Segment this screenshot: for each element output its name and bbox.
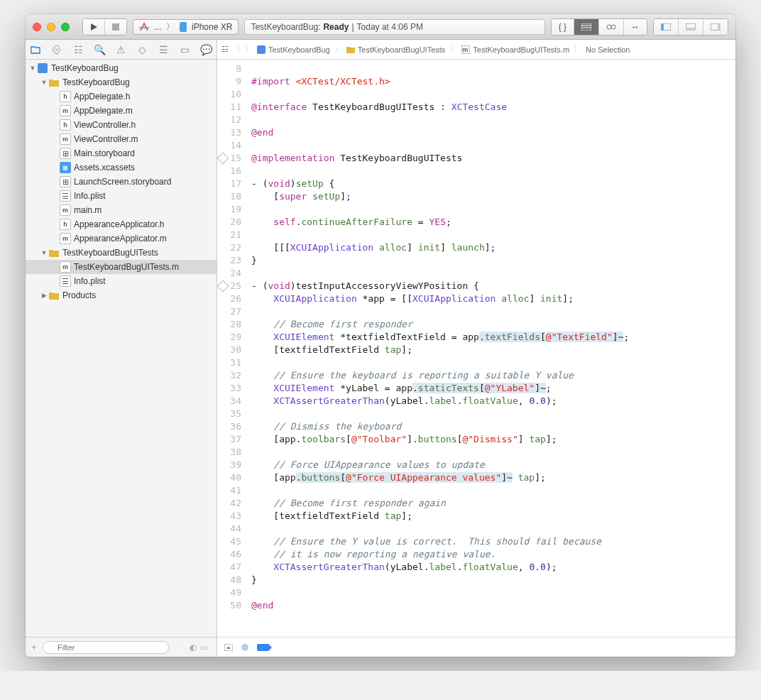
back-button[interactable]: 〈 xyxy=(233,44,241,55)
assets-icon: ▦ xyxy=(60,162,71,173)
svg-point-7 xyxy=(611,25,615,29)
nav-file[interactable]: mTestKeyboardBugUITests.m xyxy=(26,260,217,274)
disclosure-triangle[interactable]: ▼ xyxy=(40,79,48,86)
svg-rect-11 xyxy=(686,28,696,31)
nav-item-label: Info.plist xyxy=(74,191,106,201)
toggle-debug-button[interactable] xyxy=(679,19,703,35)
svg-marker-17 xyxy=(226,646,231,649)
nav-file[interactable]: ▦Assets.xcassets xyxy=(26,160,217,175)
jump-bar-item-project[interactable]: TestKeyboardBug xyxy=(257,45,330,54)
source-control-navigator-tab[interactable]: ⮾ xyxy=(51,44,62,55)
disclosure-triangle[interactable]: ▶ xyxy=(40,292,48,299)
m-file-icon: m xyxy=(60,133,71,145)
titlebar: … 〉 iPhone XR TestKeyboardBug: Ready | T… xyxy=(26,14,735,40)
nav-project[interactable]: ▼TestKeyboardBug xyxy=(26,61,217,75)
debug-navigator-tab[interactable]: ☰ xyxy=(158,44,169,55)
jump-bar-item-symbol[interactable]: No Selection xyxy=(586,45,630,54)
nav-file[interactable]: ☰Info.plist xyxy=(26,274,217,288)
nav-file[interactable]: hAppDelegate.h xyxy=(26,89,217,104)
nav-item-label: AppearanceApplicator.m xyxy=(74,234,167,244)
folder-icon xyxy=(48,290,60,301)
nav-file[interactable]: hAppearanceApplicator.h xyxy=(26,217,217,231)
nav-group-tests[interactable]: ▼TestKeyboardBugUITests xyxy=(26,246,217,260)
nav-file[interactable]: mAppearanceApplicator.m xyxy=(26,231,217,246)
report-navigator-tab[interactable]: 💬 xyxy=(200,44,212,55)
breakpoint-navigator-tab[interactable]: ▭ xyxy=(179,44,190,55)
nav-file[interactable]: mViewController.m xyxy=(26,132,217,146)
nav-item-label: TestKeyboardBug xyxy=(62,77,130,87)
svg-rect-3 xyxy=(581,23,591,31)
nav-file[interactable]: ⊞Main.storyboard xyxy=(26,146,217,160)
nav-item-label: AppDelegate.m xyxy=(74,106,133,116)
nav-group-products[interactable]: ▶Products xyxy=(26,288,217,302)
find-navigator-tab[interactable]: 🔍 xyxy=(94,44,105,55)
version-editor-button[interactable] xyxy=(599,19,624,35)
close-window-button[interactable] xyxy=(33,23,41,31)
nav-item-label: LaunchScreen.storyboard xyxy=(74,177,171,187)
continue-icon[interactable] xyxy=(257,644,268,651)
toggle-navigator-button[interactable] xyxy=(654,19,679,35)
add-button[interactable]: ＋ xyxy=(30,641,38,653)
nav-item-label: Info.plist xyxy=(74,276,106,286)
breakpoint-toggle-icon[interactable] xyxy=(241,644,248,651)
device-icon xyxy=(179,21,187,33)
jump-bar-item-group[interactable]: TestKeyboardBugUITests xyxy=(346,45,446,54)
standard-editor-button[interactable]: { } xyxy=(552,19,574,35)
nav-item-label: ViewController.h xyxy=(74,120,136,130)
nav-file[interactable]: hViewController.h xyxy=(26,118,217,132)
review-editor-button[interactable]: ↔ xyxy=(624,19,647,35)
assistant-editor-button[interactable] xyxy=(574,19,599,35)
filter-input[interactable] xyxy=(43,641,169,654)
jump-bar-item-file[interactable]: m TestKeyboardBugUITests.m xyxy=(461,45,569,54)
nav-file[interactable]: ☰Info.plist xyxy=(26,189,217,203)
disclosure-triangle[interactable]: ▼ xyxy=(28,65,37,72)
svg-marker-0 xyxy=(91,23,97,31)
navigator-tabs: ⮾ ☷ 🔍 ⚠ ◇ ☰ ▭ 💬 xyxy=(26,40,217,60)
nav-item-label: TestKeyboardBugUITests xyxy=(62,248,158,258)
nav-item-label: TestKeyboardBugUITests.m xyxy=(74,262,179,272)
nav-file[interactable]: mmain.m xyxy=(26,203,217,217)
h-file-icon: h xyxy=(60,91,71,102)
nav-item-label: Main.storyboard xyxy=(74,148,135,158)
folder-icon xyxy=(48,77,60,88)
toggle-debug-area-icon[interactable] xyxy=(224,644,233,651)
scm-filter-icon[interactable]: ▭ xyxy=(200,642,208,652)
nav-item-label: AppearanceApplicator.h xyxy=(74,219,164,229)
toggle-inspector-button[interactable] xyxy=(703,19,728,35)
h-file-icon: h xyxy=(60,119,71,131)
navigator-sidebar: ⮾ ☷ 🔍 ⚠ ◇ ☰ ▭ 💬 ▼TestKeyboardBug▼TestKey… xyxy=(26,40,217,657)
nav-item-label: TestKeyboardBug xyxy=(51,63,119,73)
line-gutter[interactable]: 8910111213141516171819202122232425262728… xyxy=(217,60,246,637)
source-editor[interactable]: 8910111213141516171819202122232425262728… xyxy=(217,60,735,637)
project-navigator[interactable]: ▼TestKeyboardBug▼TestKeyboardBughAppDele… xyxy=(26,60,217,637)
nav-file[interactable]: mAppDelegate.m xyxy=(26,104,217,118)
activity-status[interactable]: TestKeyboardBug: Ready | Today at 4:06 P… xyxy=(244,19,544,35)
minimize-window-button[interactable] xyxy=(47,23,55,31)
nav-file[interactable]: ⊞LaunchScreen.storyboard xyxy=(26,175,217,189)
nav-group-app[interactable]: ▼TestKeyboardBug xyxy=(26,75,217,89)
test-navigator-tab[interactable]: ◇ xyxy=(136,44,148,55)
storyboard-icon: ⊞ xyxy=(60,176,71,187)
scheme-selector[interactable]: … 〉 iPhone XR xyxy=(133,19,239,35)
jump-bar-label: TestKeyboardBugUITests.m xyxy=(473,45,569,54)
symbol-navigator-tab[interactable]: ☷ xyxy=(72,44,84,55)
forward-button[interactable]: 〉 xyxy=(245,44,253,55)
recent-filter-icon[interactable]: ◐ xyxy=(190,642,197,652)
issue-navigator-tab[interactable]: ⚠ xyxy=(115,44,126,55)
jump-bar[interactable]: ☷ 〈 〉 TestKeyboardBug 〉 TestKeyboardBugU… xyxy=(217,40,735,60)
folder-icon xyxy=(48,247,60,258)
status-time: Today at 4:06 PM xyxy=(357,22,423,32)
disclosure-triangle[interactable]: ▼ xyxy=(40,249,48,256)
code-content[interactable]: #import <XCTest/XCTest.h> @interface Tes… xyxy=(246,60,635,637)
scheme-app-label: … xyxy=(153,22,162,32)
related-items-icon[interactable]: ☷ xyxy=(221,45,229,54)
run-button[interactable] xyxy=(83,19,105,35)
project-navigator-tab[interactable] xyxy=(30,44,41,55)
svg-rect-9 xyxy=(661,23,664,31)
m-file-icon: m xyxy=(60,105,71,116)
stop-button[interactable] xyxy=(105,19,126,35)
panel-toggles xyxy=(653,18,728,35)
zoom-window-button[interactable] xyxy=(61,23,70,31)
jump-bar-label: No Selection xyxy=(586,45,630,54)
nav-item-label: ViewController.m xyxy=(74,134,138,144)
